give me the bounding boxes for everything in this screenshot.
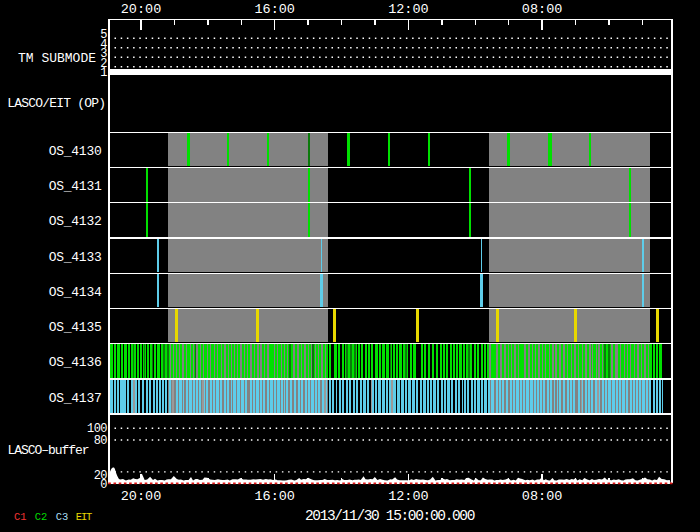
svg-text:16:00: 16:00 xyxy=(254,489,295,504)
svg-text:80: 80 xyxy=(94,434,108,448)
svg-text:08:00: 08:00 xyxy=(522,2,563,17)
svg-text:0: 0 xyxy=(100,478,107,492)
svg-text:1: 1 xyxy=(100,66,107,80)
svg-text:OS_4137: OS_4137 xyxy=(49,391,102,406)
svg-text:EIT: EIT xyxy=(76,511,92,523)
svg-text:08:00: 08:00 xyxy=(522,489,563,504)
svg-text:20:00: 20:00 xyxy=(121,489,162,504)
svg-text:OS_4135: OS_4135 xyxy=(49,320,102,335)
svg-text:16:00: 16:00 xyxy=(254,2,295,17)
svg-text:2013/11/30 15:00:00.000: 2013/11/30 15:00:00.000 xyxy=(305,508,475,524)
svg-text:LASCO–buffer: LASCO–buffer xyxy=(7,443,88,458)
svg-text:LASCO/EIT (OP): LASCO/EIT (OP) xyxy=(7,96,105,111)
svg-text:C3: C3 xyxy=(56,511,69,523)
svg-text:OS_4133: OS_4133 xyxy=(49,250,102,265)
svg-text:OS_4134: OS_4134 xyxy=(49,285,102,300)
svg-text:OS_4130: OS_4130 xyxy=(49,144,102,159)
svg-text:C1: C1 xyxy=(14,511,27,523)
svg-text:12:00: 12:00 xyxy=(388,489,429,504)
svg-text:TM SUBMODE: TM SUBMODE xyxy=(18,51,96,66)
svg-text:OS_4131: OS_4131 xyxy=(49,179,102,194)
svg-text:C2: C2 xyxy=(35,511,48,523)
svg-text:OS_4132: OS_4132 xyxy=(49,214,102,229)
svg-text:12:00: 12:00 xyxy=(388,2,429,17)
svg-text:OS_4136: OS_4136 xyxy=(49,355,102,370)
svg-text:20:00: 20:00 xyxy=(121,2,162,17)
